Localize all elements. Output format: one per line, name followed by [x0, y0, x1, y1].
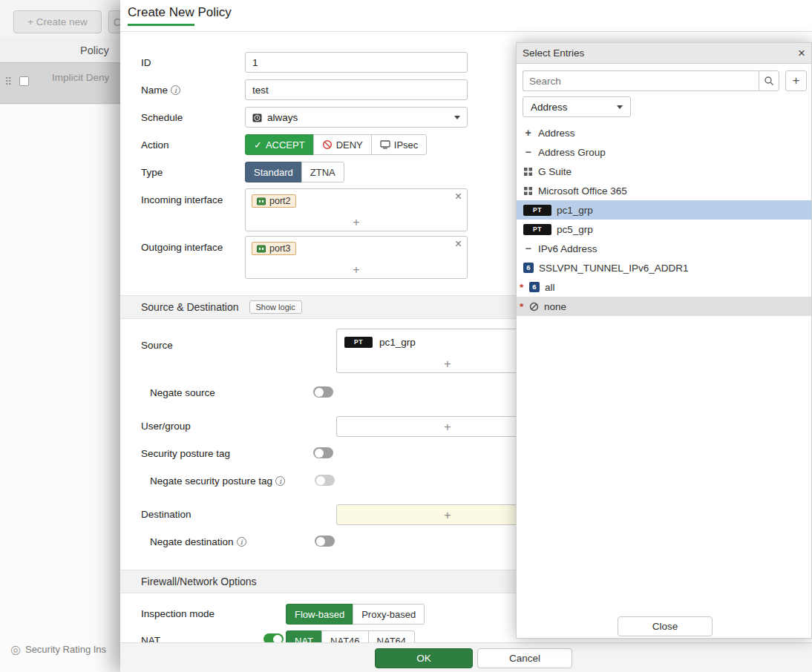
select-entries-panel: Select Entries × + Address + Address − A…: [516, 42, 812, 639]
list-item-pc5-grp[interactable]: PT pc5_grp: [517, 220, 811, 239]
policy-column-header: Policy: [80, 45, 109, 56]
list-item-pc1-grp[interactable]: PT pc1_grp: [517, 200, 811, 220]
clear-outgoing-icon[interactable]: ×: [455, 237, 462, 251]
show-logic-button[interactable]: Show logic: [249, 300, 302, 314]
search-input[interactable]: [523, 70, 759, 91]
type-segment: Standard ZTNA: [245, 162, 344, 182]
chevron-down-icon: [617, 105, 623, 109]
ipv6-icon: 6: [529, 282, 540, 292]
source-entry[interactable]: PT pc1_grp: [344, 337, 416, 348]
id-label: ID: [141, 57, 151, 68]
section-title: Source & Destination: [141, 301, 239, 313]
group-grid-icon: [523, 186, 533, 196]
schedule-label: Schedule: [141, 112, 183, 123]
security-rating-status[interactable]: ◎ Security Rating Ins: [10, 642, 106, 656]
source-entry-label: pc1_grp: [379, 337, 416, 348]
list-item-gsuite[interactable]: G Suite: [517, 162, 811, 181]
title-underline: [128, 24, 194, 26]
pt-badge: PT: [523, 224, 551, 235]
action-accept-button[interactable]: ✓ ACCEPT: [245, 134, 314, 155]
minus-icon[interactable]: −: [523, 243, 533, 254]
security-rating-label: Security Rating Ins: [25, 644, 106, 655]
implicit-deny-row[interactable]: [0, 62, 120, 104]
security-rating-icon: ◎: [10, 642, 21, 656]
destination-label: Destination: [141, 509, 191, 520]
action-label: Action: [141, 139, 169, 151]
type-standard-button[interactable]: Standard: [245, 162, 302, 182]
row-checkbox[interactable]: [19, 76, 29, 86]
chevron-down-icon: [454, 116, 460, 119]
list-item-address-group-header[interactable]: + Address: [517, 123, 811, 142]
clear-incoming-icon[interactable]: ×: [455, 190, 462, 203]
list-item-office365[interactable]: Microsoft Office 365: [517, 181, 811, 200]
category-value: Address: [531, 102, 568, 113]
action-deny-button[interactable]: DENY: [313, 134, 372, 155]
negate-posture-label-row: Negate security posture tag i: [150, 475, 285, 487]
info-icon[interactable]: i: [237, 537, 246, 547]
none-circle-slash-icon: [529, 302, 539, 312]
user-group-label: User/group: [141, 421, 191, 432]
info-icon[interactable]: i: [171, 85, 180, 95]
flow-based-button[interactable]: Flow-based: [286, 604, 353, 625]
schedule-select[interactable]: always: [245, 107, 468, 128]
ipv6-icon: 6: [523, 263, 534, 273]
drag-handle-icon[interactable]: ⠿: [4, 76, 12, 88]
interface-icon: [257, 197, 266, 205]
negate-source-toggle[interactable]: [313, 386, 333, 398]
search-icon[interactable]: [759, 70, 779, 91]
panel-close-button[interactable]: Close: [618, 616, 713, 636]
name-input[interactable]: [245, 79, 468, 100]
incoming-interface-box[interactable]: port2 × +: [245, 188, 468, 231]
list-item-sslvpn-tunnel[interactable]: 6 SSLVPN_TUNNEL_IPv6_ADDR1: [517, 258, 811, 277]
interface-icon: [257, 245, 266, 253]
negate-posture-toggle[interactable]: [315, 475, 335, 486]
type-label: Type: [141, 167, 163, 178]
panel-title: Select Entries: [523, 47, 584, 59]
close-icon[interactable]: ×: [798, 47, 805, 59]
action-ipsec-button[interactable]: IPsec: [371, 134, 428, 155]
inspection-mode-label: Inspection mode: [141, 608, 215, 619]
monitor-icon: [380, 140, 390, 149]
list-item-address-group-group-header[interactable]: − Address Group: [517, 142, 811, 162]
add-incoming-icon[interactable]: +: [246, 217, 467, 228]
negate-destination-label: Negate destination: [150, 536, 234, 547]
info-icon[interactable]: i: [275, 476, 285, 486]
name-label-row: Name i: [141, 85, 180, 96]
dialog-title: Create New Policy: [128, 5, 232, 20]
negate-destination-toggle[interactable]: [315, 536, 335, 547]
add-outgoing-icon[interactable]: +: [246, 264, 467, 276]
group-grid-icon: [523, 167, 533, 177]
category-select[interactable]: Address: [523, 96, 631, 117]
name-label: Name: [141, 85, 168, 96]
deny-icon: [322, 139, 333, 150]
security-posture-toggle[interactable]: [313, 447, 333, 458]
inspection-mode-segment: Flow-based Proxy-based: [286, 604, 425, 625]
security-posture-label: Security posture tag: [141, 448, 230, 459]
id-input[interactable]: [245, 52, 468, 73]
type-ztna-button[interactable]: ZTNA: [301, 162, 344, 182]
list-item-none[interactable]: * none: [517, 297, 811, 316]
schedule-value: always: [267, 112, 298, 123]
negate-destination-label-row: Negate destination i: [150, 536, 246, 547]
section-title: Firewall/Network Options: [141, 576, 257, 587]
divider: [120, 31, 812, 32]
incoming-interface-label: Incoming interface: [141, 194, 223, 205]
create-new-button[interactable]: + Create new: [13, 10, 102, 33]
list-item-ipv6-group-header[interactable]: − IPv6 Address: [517, 239, 811, 258]
port2-chip[interactable]: port2: [252, 194, 296, 208]
plus-icon[interactable]: +: [523, 127, 533, 139]
port3-chip[interactable]: port3: [252, 242, 296, 255]
action-segment: ✓ ACCEPT DENY IPsec: [245, 134, 427, 155]
ok-button[interactable]: OK: [375, 648, 473, 668]
check-icon: ✓: [254, 139, 262, 151]
screen: + Create new C Policy ⠿ Implicit Deny ◎ …: [0, 0, 812, 672]
clock-icon: [252, 113, 262, 122]
dialog-footer: OK Cancel: [120, 642, 812, 672]
list-item-all[interactable]: * 6 all: [517, 277, 811, 297]
proxy-based-button[interactable]: Proxy-based: [353, 604, 425, 625]
minus-icon[interactable]: −: [523, 146, 533, 158]
outgoing-interface-label: Outgoing interface: [141, 242, 223, 253]
outgoing-interface-box[interactable]: port3 × +: [245, 236, 468, 279]
cancel-button[interactable]: Cancel: [477, 648, 572, 668]
create-entry-button[interactable]: +: [785, 70, 807, 91]
